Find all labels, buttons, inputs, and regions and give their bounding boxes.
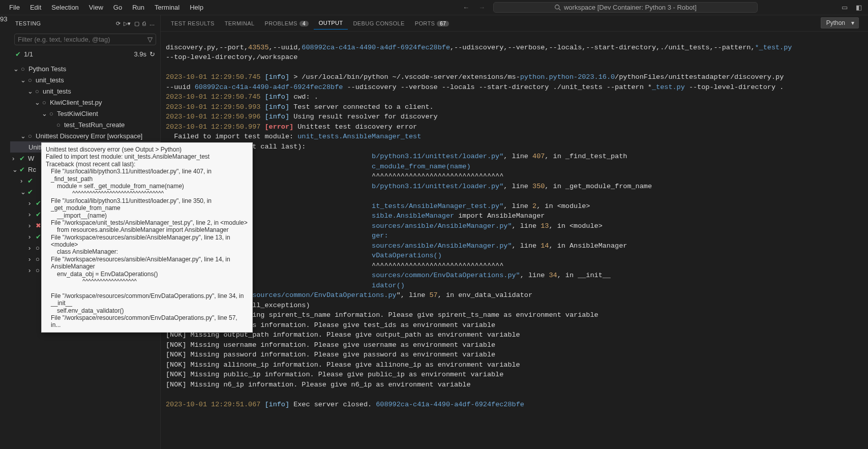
menu-go[interactable]: Go	[108, 2, 127, 13]
hover-tooltip: Unittest test discovery error (see Outpu…	[41, 142, 253, 333]
editor-area: TEST RESULTS TERMINAL PROBLEMS4 OUTPUT D…	[161, 15, 868, 449]
ports-badge: 67	[437, 21, 449, 26]
layout-panel-icon[interactable]: ▭	[842, 4, 848, 11]
tooltip-line: File "/workspace/resources/common/EnvDat…	[46, 292, 248, 307]
pass-count: 1/1	[24, 50, 33, 58]
tooltip-line: __import__(name)	[46, 212, 248, 219]
title-bar: File Edit Selection View Go Run Terminal…	[0, 0, 868, 15]
search-icon	[554, 4, 561, 11]
tree-error-group[interactable]: ⌄ ○ Unittest Discovery Error [workspace]	[10, 130, 160, 141]
tree-folder[interactable]: ⌄ ○ unit_tests	[10, 74, 160, 85]
problems-badge: 4	[300, 21, 309, 26]
svg-point-0	[555, 5, 559, 9]
output-log[interactable]: discovery.py,--port,43535,--uuid,608992c…	[161, 32, 868, 449]
tooltip-line: env_data_obj = EnvDataOperations()	[46, 271, 248, 278]
refresh-icon[interactable]: ⟳	[116, 20, 121, 27]
status-icon: ○	[19, 65, 26, 73]
status-icon: ○	[26, 76, 34, 84]
tooltip-line: File "/workspace/unit_tests/AnsibleManag…	[46, 219, 248, 226]
tree-class[interactable]: ⌄ ○ TestKiwiClient	[10, 108, 160, 119]
tooltip-line: File "/workspace/resources/ansible/Ansib…	[46, 234, 248, 249]
output-channel-select[interactable]: Python	[821, 17, 859, 28]
status-icon: ○	[34, 87, 41, 95]
tree-label: test_TestRun_create	[64, 121, 125, 129]
window-title: workspace [Dev Container: Python 3 - Rob…	[564, 4, 697, 11]
tab-ports[interactable]: PORTS67	[410, 17, 455, 29]
tooltip-line: Traceback (most recent call last):	[46, 161, 248, 168]
tooltip-line: module = self._get_module_from_name(name…	[46, 183, 248, 190]
tree-file[interactable]: ⌄ ○ KiwiClient_test.py	[10, 97, 160, 108]
pass-icon: ✔	[19, 155, 25, 162]
menu-terminal[interactable]: Terminal	[149, 2, 185, 13]
menu-run[interactable]: Run	[127, 2, 149, 13]
run-time: 3.9s	[134, 50, 146, 58]
tree-label: unit_tests	[43, 87, 71, 95]
run-status: ✔ 1/1 3.9s ↻	[10, 47, 160, 61]
tooltip-line: ^^^^^^^^^^^^^^^^^^^	[46, 278, 248, 285]
tab-terminal[interactable]: TERMINAL	[220, 17, 260, 29]
svg-line-1	[559, 9, 560, 10]
tab-output[interactable]: OUTPUT	[314, 17, 348, 29]
rerun-icon[interactable]: ↻	[149, 50, 155, 58]
status-icon: ○	[55, 121, 62, 129]
tooltip-line: ^^^^^^^^^^^^^^^^^^^^^^^^^^^^^^^^	[46, 190, 248, 197]
run-all-icon[interactable]: ▷▾	[124, 20, 131, 27]
tooltip-line: File "/workspace/resources/ansible/Ansib…	[46, 256, 248, 271]
show-output-icon[interactable]: ⎙	[142, 20, 146, 26]
tooltip-line: Unittest test discovery error (see Outpu…	[46, 146, 248, 153]
menu-bar: File Edit Selection View Go Run Terminal…	[0, 2, 208, 13]
status-icon: ○	[26, 132, 34, 140]
filter-box[interactable]: ▽	[14, 34, 156, 45]
tooltip-line: Failed to import test module: unit_tests…	[46, 153, 248, 160]
nav-arrows: ← →	[463, 4, 485, 11]
panel-tabs: TEST RESULTS TERMINAL PROBLEMS4 OUTPUT D…	[161, 15, 868, 32]
tooltip-line: File "/usr/local/lib/python3.11/unittest…	[46, 197, 248, 212]
tree-label: TestKiwiClient	[57, 110, 98, 117]
menu-help[interactable]: Help	[185, 2, 208, 13]
filter-input[interactable]	[18, 36, 147, 43]
tooltip-line: class AnsibleManager:	[46, 248, 248, 255]
nav-back-icon[interactable]: ←	[463, 4, 469, 11]
tree-label: Python Tests	[28, 65, 66, 73]
tooltip-line: File "/workspace/resources/common/EnvDat…	[46, 314, 248, 329]
panel-title: TESTING	[15, 20, 41, 26]
menu-edit[interactable]: Edit	[25, 2, 46, 13]
tree-folder[interactable]: ⌄ ○ unit_tests	[10, 85, 160, 97]
menu-file[interactable]: File	[4, 2, 25, 13]
chevron-down-icon[interactable]: ⌄	[19, 76, 26, 84]
activity-badge: 93	[0, 15, 10, 23]
layout-sidebar-icon[interactable]: ◧	[856, 4, 862, 11]
tree-test[interactable]: ○ test_TestRun_create	[10, 119, 160, 130]
chevron-down-icon[interactable]: ⌄	[19, 132, 26, 140]
filter-icon[interactable]: ▽	[147, 36, 153, 43]
tab-test-results[interactable]: TEST RESULTS	[166, 17, 220, 29]
pass-icon: ✔	[19, 166, 25, 173]
command-center[interactable]: workspace [Dev Container: Python 3 - Rob…	[493, 2, 758, 13]
chevron-down-icon[interactable]: ⌄	[41, 110, 48, 117]
tooltip-line: self.env_data_validator()	[46, 307, 248, 314]
nav-forward-icon[interactable]: →	[478, 4, 485, 11]
tree-label: Rc	[28, 166, 36, 173]
tree-label: Unittest Discovery Error [workspace]	[36, 132, 142, 140]
chevron-down-icon[interactable]: ⌄	[26, 87, 34, 95]
tab-debug-console[interactable]: DEBUG CONSOLE	[348, 17, 409, 29]
status-icon: ○	[41, 99, 48, 106]
chevron-down-icon[interactable]: ⌄	[34, 99, 41, 106]
tree-label: unit_tests	[36, 76, 64, 84]
tree-root[interactable]: ⌄ ○ Python Tests	[10, 63, 160, 74]
stop-icon[interactable]: ▢	[134, 20, 139, 27]
pass-icon: ✔	[15, 50, 21, 58]
status-icon: ○	[48, 110, 55, 117]
activity-bar: 93	[0, 15, 10, 449]
chevron-down-icon[interactable]: ⌄	[12, 65, 19, 73]
tooltip-line: File "/usr/local/lib/python3.11/unittest…	[46, 168, 248, 183]
more-icon[interactable]: …	[149, 20, 155, 26]
menu-view[interactable]: View	[84, 2, 108, 13]
menu-selection[interactable]: Selection	[46, 2, 83, 13]
tree-label: KiwiClient_test.py	[50, 99, 102, 106]
tab-problems[interactable]: PROBLEMS4	[260, 17, 314, 29]
chevron-down-icon[interactable]: ⌄	[12, 166, 19, 173]
chevron-right-icon[interactable]: ›	[12, 155, 19, 162]
tooltip-line: from resources.ansible.AnsibleManager im…	[46, 226, 248, 233]
